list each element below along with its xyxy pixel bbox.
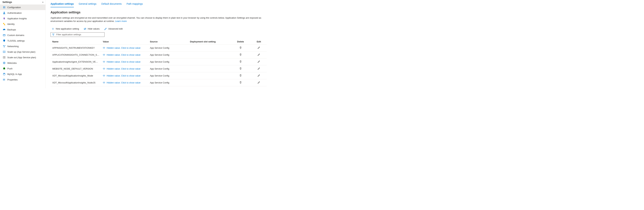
show-value-link[interactable]: Hidden value. Click to show value <box>103 81 146 84</box>
sidebar-item-authentication[interactable]: Authentication <box>0 10 46 16</box>
delete-button[interactable] <box>239 81 242 85</box>
sidebar-item-mysql-in-app[interactable]: MySQL In App <box>0 71 46 77</box>
sliders-icon <box>3 6 6 9</box>
setting-source: App Service Config <box>148 44 188 51</box>
new-application-setting-button[interactable]: New application setting <box>51 27 80 31</box>
shield-icon <box>3 39 6 42</box>
svg-point-29 <box>104 62 104 62</box>
sidebar-item-application-insights[interactable]: Application Insights <box>0 16 46 21</box>
network-icon <box>3 45 6 48</box>
tab-application-settings[interactable]: Application settings <box>50 2 74 7</box>
delete-button[interactable] <box>239 67 242 71</box>
table-row: XDT_MicrosoftApplicationInsights_NodeJSH… <box>50 79 267 86</box>
collapse-sidebar-icon[interactable] <box>42 1 44 3</box>
setting-name[interactable]: APPINSIGHTS_INSTRUMENTATIONKEY <box>52 47 99 49</box>
sidebar-title: Settings <box>2 1 12 3</box>
sidebar-item-label: Custom domains <box>7 34 24 36</box>
svg-point-25 <box>104 48 104 48</box>
edit-button[interactable] <box>257 81 260 85</box>
eye-icon <box>103 46 106 49</box>
sidebar-item-webjobs[interactable]: WebJobs <box>0 60 46 66</box>
table-row: APPLICATIONINSIGHTS_CONNECTION_STRINGHid… <box>50 51 267 58</box>
setting-name[interactable]: ApplicationInsightsAgent_EXTENSION_VERSI… <box>52 61 99 63</box>
sidebar-item-custom-domains[interactable]: Custom domains <box>0 32 46 38</box>
sidebar-item-identity[interactable]: Identity <box>0 21 46 27</box>
eye-icon <box>103 53 106 56</box>
advanced-edit-button[interactable]: Advanced edit <box>104 27 123 31</box>
sidebar-item-scale-up-app-service-plan-[interactable]: Scale up (App Service plan) <box>0 49 46 55</box>
sidebar-item-label: Identity <box>7 23 15 25</box>
svg-rect-1 <box>4 6 4 8</box>
sidebar-header: Settings <box>0 0 46 4</box>
hide-values-button[interactable]: Hide values <box>83 27 100 31</box>
eye-icon <box>103 67 106 70</box>
table-row: ApplicationInsightsAgent_EXTENSION_VERSI… <box>50 58 267 65</box>
pencil-icon <box>258 46 260 50</box>
setting-name[interactable]: XDT_MicrosoftApplicationInsights_Mode <box>52 74 99 77</box>
setting-slot <box>188 79 230 86</box>
tab-default-documents[interactable]: Default documents <box>102 2 122 7</box>
sidebar-item-networking[interactable]: Networking <box>0 43 46 49</box>
svg-rect-21 <box>4 79 5 81</box>
filter-input[interactable] <box>56 33 103 36</box>
col-header-source[interactable]: Source <box>148 39 188 44</box>
svg-point-27 <box>104 55 104 55</box>
setting-slot <box>188 44 230 51</box>
tab-general-settings[interactable]: General settings <box>79 2 96 7</box>
svg-rect-2 <box>5 6 5 8</box>
delete-button[interactable] <box>239 53 242 57</box>
plus-icon <box>52 27 54 30</box>
show-value-link[interactable]: Hidden value. Click to show value <box>103 60 146 63</box>
show-value-link[interactable]: Hidden value. Click to show value <box>103 67 146 70</box>
delete-button[interactable] <box>239 74 242 78</box>
push-icon <box>3 67 6 70</box>
edit-button[interactable] <box>257 46 260 50</box>
filter-box[interactable] <box>50 32 104 37</box>
setting-slot <box>188 51 230 58</box>
learn-more-link[interactable]: Learn more <box>115 20 127 22</box>
svg-rect-5 <box>4 19 4 19</box>
sidebar-item-label: Authentication <box>7 12 22 14</box>
svg-rect-17 <box>4 67 5 68</box>
bulb-icon <box>3 17 6 20</box>
delete-button[interactable] <box>239 46 242 50</box>
edit-button[interactable] <box>257 53 260 57</box>
setting-name[interactable]: WEBSITE_NODE_DEFAULT_VERSION <box>52 67 99 70</box>
pencil-icon <box>258 53 260 57</box>
edit-button[interactable] <box>257 74 260 78</box>
sidebar-item-configuration[interactable]: Configuration <box>0 4 46 10</box>
svg-point-35 <box>104 82 104 83</box>
show-value-link[interactable]: Hidden value. Click to show value <box>103 74 146 77</box>
eye-icon <box>103 81 106 84</box>
col-header-value[interactable]: Value <box>101 39 148 44</box>
key-icon <box>3 23 6 25</box>
trash-icon <box>239 60 242 63</box>
edit-button[interactable] <box>257 67 260 71</box>
setting-name[interactable]: XDT_MicrosoftApplicationInsights_NodeJS <box>52 81 99 84</box>
setting-slot <box>188 58 230 65</box>
col-header-name[interactable]: Name <box>50 39 101 44</box>
edit-button[interactable] <box>257 60 260 64</box>
table-row: APPINSIGHTS_INSTRUMENTATIONKEYHidden val… <box>50 44 267 51</box>
svg-point-15 <box>4 63 4 63</box>
svg-rect-12 <box>3 57 4 58</box>
sidebar-item-tls-ssl-settings[interactable]: TLS/SSL settings <box>0 38 46 43</box>
setting-name[interactable]: APPLICATIONINSIGHTS_CONNECTION_STRING <box>52 54 99 56</box>
show-value-link[interactable]: Hidden value. Click to show value <box>103 46 146 49</box>
show-value-link[interactable]: Hidden value. Click to show value <box>103 53 146 56</box>
sidebar-item-scale-out-app-service-plan-[interactable]: Scale out (App Service plan) <box>0 55 46 60</box>
col-header-slot[interactable]: Deployment slot setting <box>188 39 230 44</box>
sidebar-item-properties[interactable]: Properties <box>0 77 46 82</box>
delete-button[interactable] <box>239 60 242 64</box>
sidebar-item-backups[interactable]: Backups <box>0 27 46 32</box>
eye-icon <box>103 60 106 63</box>
table-row: WEBSITE_NODE_DEFAULT_VERSIONHidden value… <box>50 65 267 72</box>
tab-path-mappings[interactable]: Path mappings <box>126 2 143 7</box>
sidebar-item-label: Scale up (App Service plan) <box>7 51 35 53</box>
sidebar-item-push[interactable]: Push <box>0 66 46 71</box>
svg-point-33 <box>104 76 104 76</box>
setting-slot <box>188 65 230 72</box>
col-header-edit: Edit <box>251 39 267 44</box>
setting-source: App Service Config <box>148 72 188 79</box>
trash-icon <box>239 81 242 84</box>
